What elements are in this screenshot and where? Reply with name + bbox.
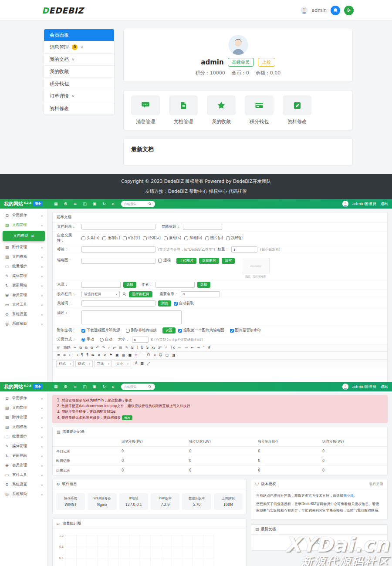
auto-fetch-checkbox[interactable] (174, 302, 178, 306)
description-textarea[interactable] (81, 310, 182, 324)
editor-toolbar-button[interactable]: ¶ (85, 353, 89, 358)
editor-toolbar-button[interactable]: ✂ (73, 345, 78, 350)
keyword-input[interactable] (81, 300, 155, 307)
column-select[interactable]: 请选择栏目▾ (81, 291, 120, 297)
attr-option[interactable]: 加粗[b] (184, 236, 202, 241)
header-nav-icon[interactable]: ⚙ (64, 202, 68, 206)
attr-option[interactable]: 特荐[a] (143, 236, 161, 241)
editor-toolbar-button[interactable]: I (136, 345, 139, 350)
sidebar-item[interactable]: ◌批量维护∨ (0, 432, 47, 441)
header-nav-icon[interactable]: ↻ (102, 385, 106, 389)
editor-toolbar-button[interactable]: 源码 (63, 345, 71, 350)
editor-toolbar-button[interactable]: ⇤ (190, 345, 195, 350)
editor-toolbar-button[interactable]: ✎ (125, 345, 129, 350)
source-select-button[interactable]: 选择 (123, 282, 136, 288)
editor-toolbar-button[interactable]: ▤ (121, 353, 126, 358)
editor-toolbar-button[interactable]: ⇠ (68, 353, 73, 358)
header-nav-icon[interactable]: ▦ (54, 202, 58, 206)
remove-links-option[interactable]: 删除非站内链接 (126, 328, 157, 333)
sidebar-item-wallet[interactable]: 积分钱包 (44, 78, 114, 90)
watermark-checkbox[interactable] (230, 329, 234, 333)
profile-avatar[interactable] (228, 35, 248, 55)
sidebar-item-favorites[interactable]: 我的收藏 (44, 66, 114, 78)
doc-title-input[interactable] (81, 224, 155, 230)
editor-toolbar-button[interactable]: ▣ (115, 353, 120, 358)
sidebar-item[interactable]: ◌批量维护∨ (0, 262, 47, 271)
browse-button[interactable]: 浏览 (158, 300, 171, 307)
shortcut-messages[interactable]: 消息管理 (131, 95, 160, 125)
admin-avatar[interactable] (342, 384, 348, 390)
editor-toolbar-button[interactable]: B (130, 345, 135, 350)
first-image-thumb-option[interactable]: 提取第一个图片为缩略图 (178, 328, 224, 333)
attr-option[interactable]: 跳转[j] (226, 236, 243, 241)
paging-auto-option[interactable]: 自动 (100, 337, 112, 342)
sidebar-item-my-docs[interactable]: 我的文档∨ (44, 54, 114, 66)
sidebar-item-common[interactable]: ⊡常用操作∨ (0, 211, 47, 220)
editor-dropdown[interactable]: 格式▾ (75, 360, 93, 367)
editor-toolbar-button[interactable]: ⊞ (134, 353, 139, 358)
editor-toolbar-button[interactable]: ⊘ (102, 353, 107, 358)
sidebar-item-orders[interactable]: 订单详情∨ (44, 90, 114, 102)
attr-checkbox[interactable] (143, 236, 147, 240)
logout-link[interactable]: 退出 (380, 201, 388, 207)
sidebar-item[interactable]: ✎媒体管理∨ (0, 441, 47, 451)
fullscreen-button[interactable]: ⤢ (146, 361, 150, 366)
editor-toolbar-button[interactable]: ⚑ (108, 353, 113, 358)
logout-link[interactable]: 退出 (380, 384, 388, 390)
attr-checkbox[interactable] (226, 236, 230, 240)
sidebar-item-profile-edit[interactable]: 资料修改 (44, 102, 114, 115)
remote-option[interactable]: 远程 (158, 258, 171, 263)
attr-option[interactable]: 推荐[c] (102, 236, 120, 241)
attr-checkbox[interactable] (205, 236, 209, 240)
attr-option[interactable]: 幻灯[f] (123, 236, 140, 241)
editor-toolbar-button[interactable]: ⇥ (196, 345, 201, 350)
editor-dropdown[interactable]: 字体▾ (95, 360, 112, 367)
editor-toolbar-button[interactable]: ▥ (118, 345, 123, 350)
safe-badge[interactable]: 安全 (33, 201, 43, 206)
header-nav-icon[interactable]: ◫ (83, 385, 87, 389)
sidebar-item-doc-model-active[interactable]: 文档模型⊕ (3, 231, 45, 241)
admin-avatar[interactable] (342, 201, 348, 207)
user-avatar[interactable] (301, 7, 308, 14)
sidebar-item[interactable]: ◉会员管理∨ (0, 290, 47, 300)
sidebar-item-dashboard[interactable]: 会员面板 (44, 29, 114, 41)
editor-toolbar-button[interactable]: ≣ (56, 353, 61, 358)
shortcut-documents[interactable]: 文档管理 (169, 95, 198, 125)
paging-manual-radio[interactable] (81, 338, 85, 342)
paging-auto-radio[interactable] (100, 338, 104, 342)
header-nav-icon[interactable]: ▣ (93, 385, 97, 389)
sidebar-item-documents[interactable]: ▤文档管理∧ (0, 220, 47, 230)
shortcut-favorites[interactable]: 我的收藏 (207, 95, 236, 125)
shortcut-profile-edit[interactable]: 资料修改 (283, 95, 311, 125)
sidebar-item[interactable]: ▦附件管理∨ (0, 413, 47, 422)
editor-toolbar-button[interactable]: x₂ (151, 345, 156, 350)
paging-manual-option[interactable]: 手动 (81, 337, 94, 342)
sidebar-item[interactable]: ▭支付工具∨ (0, 470, 47, 480)
header-nav-icon[interactable]: ◫ (83, 202, 87, 206)
editor-toolbar-button[interactable]: ⇋ (91, 353, 95, 358)
header-nav-icon[interactable]: ▦ (54, 385, 58, 389)
tag-input[interactable] (81, 246, 155, 253)
sub-column-button[interactable]: 选择副栏目 (129, 291, 152, 297)
editor-dropdown[interactable]: 大小▾ (114, 360, 131, 367)
sidebar-item[interactable]: ▭支付工具∨ (0, 300, 47, 310)
editor-toolbar-button[interactable]: ⇥ (152, 353, 157, 358)
thumbnail-preview[interactable]: DedeBIZ (242, 258, 270, 273)
logout-button[interactable] (344, 6, 354, 15)
sidebar-item[interactable]: ↻更新网站∨ (0, 451, 47, 461)
friend-links-line[interactable]: 友情连接：DedeBIZ 帮助中心 授权中心 代码托管 (145, 189, 247, 195)
attr-option[interactable]: 图片[p] (205, 236, 223, 241)
editor-toolbar-button[interactable]: ⧉ (78, 345, 83, 350)
editor-toolbar-button[interactable]: ∞ (97, 353, 101, 358)
choose-image-button[interactable]: 选择图片 (199, 258, 219, 264)
sidebar-item[interactable]: ▧文档模板∨ (0, 422, 47, 432)
author-select-button[interactable]: 选择 (197, 282, 210, 288)
header-nav-icon[interactable]: ≡ (74, 202, 77, 206)
weight-input[interactable] (231, 246, 257, 253)
editor-toolbar-button[interactable]: ■ (127, 353, 132, 358)
source-input[interactable] (81, 282, 121, 288)
sidebar-item[interactable]: ✎媒体管理∨ (0, 271, 47, 281)
settings-button[interactable]: 设置 (162, 327, 176, 334)
short-title-input[interactable] (183, 224, 222, 230)
attr-option[interactable]: 头条[h] (81, 236, 99, 241)
